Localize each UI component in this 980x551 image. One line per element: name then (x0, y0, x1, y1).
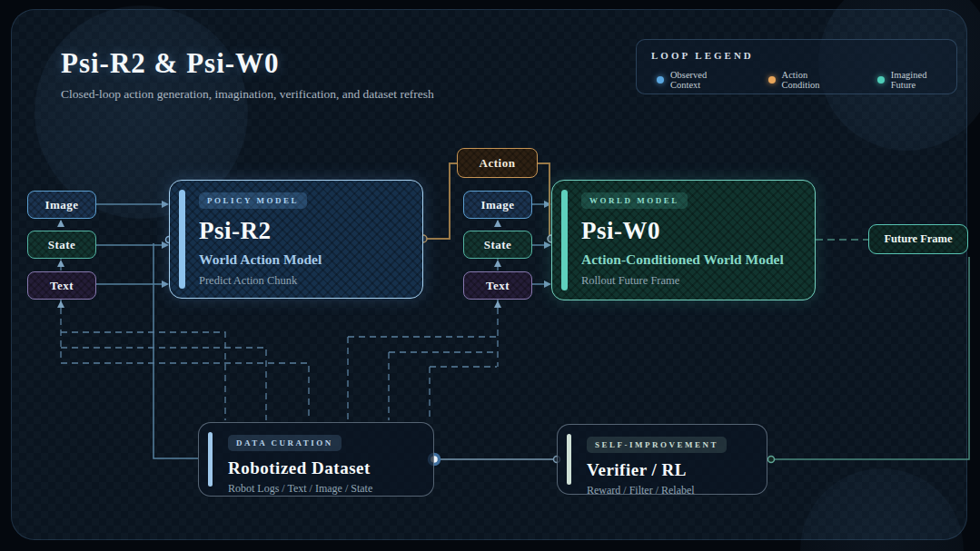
node-action: Action (457, 148, 538, 178)
legend-item-action-condition: Action Condition (768, 70, 836, 90)
world-model-badge: WORLD MODEL (581, 192, 688, 209)
verifier-output-port (768, 457, 775, 463)
data-curation-badge: DATA CURATION (228, 435, 342, 451)
imagined-future-dot-icon (877, 76, 885, 84)
node-input-text-left: Text (27, 271, 96, 300)
legend-item-label: Imagined Future (891, 70, 942, 90)
diagram-page: { "page": { "title": "Psi-R2 & Psi-W0", … (0, 0, 980, 551)
action-condition-dot-icon (768, 76, 776, 84)
world-model-subtitle: Action-Conditioned World Model (581, 251, 804, 268)
verifier-accent-bar (567, 434, 571, 485)
node-input-image-left: Image (27, 191, 96, 219)
legend-item-imagined-future: Imagined Future (877, 70, 942, 90)
node-robotized-dataset: DATA CURATION Robotized Dataset Robot Lo… (198, 422, 434, 497)
policy-model-badge: POLICY MODEL (199, 192, 307, 209)
world-accent-bar (561, 190, 568, 290)
node-world-model: WORLD MODEL Psi-W0 Action-Conditioned Wo… (551, 180, 816, 300)
title-block: Psi-R2 & Psi-W0 Closed-loop action gener… (61, 47, 434, 102)
dataset-description: Robot Logs / Text / Image / State (228, 482, 422, 496)
self-improvement-badge: SELF-IMPROVEMENT (587, 437, 727, 453)
node-future-frame: Future Frame (868, 224, 968, 254)
policy-model-subtitle: World Action Model (199, 251, 411, 268)
arrowheads-left (162, 201, 169, 288)
node-input-text-mid: Text (463, 271, 532, 300)
observed-context-edges-mid (532, 204, 544, 284)
legend-item-label: Action Condition (782, 70, 836, 90)
dataset-accent-bar (208, 432, 213, 487)
legend-item-label: Observed Context (670, 70, 727, 90)
verifier-description: Reward / Filter / Relabel (587, 484, 756, 497)
observed-context-dot-icon (657, 76, 664, 84)
node-policy-model: POLICY MODEL Psi-R2 World Action Model P… (169, 180, 423, 299)
node-input-image-mid: Image (463, 191, 532, 219)
world-model-title: Psi-W0 (581, 217, 804, 245)
legend-title: LOOP LEGEND (651, 50, 942, 61)
node-input-state-left: State (27, 231, 96, 259)
node-verifier-rl: SELF-IMPROVEMENT Verifier / RL Reward / … (557, 424, 767, 495)
legend-item-observed-context: Observed Context (657, 70, 727, 90)
legend-items: Observed Context Action Condition Imagin… (657, 70, 942, 90)
policy-accent-bar (179, 190, 185, 289)
loop-legend: LOOP LEGEND Observed Context Action Cond… (636, 39, 957, 94)
policy-model-title: Psi-R2 (199, 217, 411, 245)
policy-model-description: Predict Action Chunk (199, 274, 411, 288)
node-input-state-mid: State (463, 231, 532, 259)
verifier-title: Verifier / RL (587, 460, 756, 480)
dataset-title: Robotized Dataset (228, 458, 422, 478)
page-subtitle: Closed-loop action generation, imaginati… (61, 87, 434, 102)
world-model-description: Rollout Future Frame (581, 274, 804, 288)
page-title: Psi-R2 & Psi-W0 (61, 47, 434, 80)
